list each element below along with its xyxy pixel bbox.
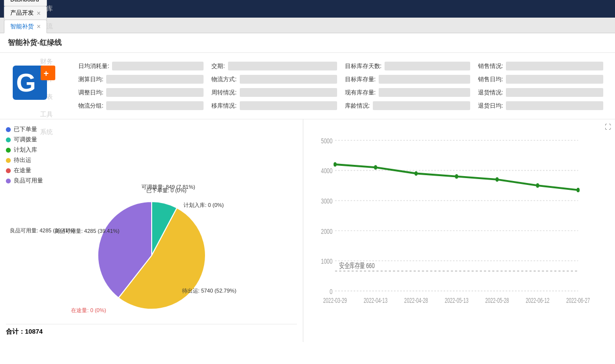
x-axis-label: 2022-06-27 <box>566 296 590 304</box>
data-point <box>496 177 499 182</box>
legend-dot <box>6 179 11 183</box>
data-point <box>576 188 579 192</box>
total-label: 合计： <box>6 328 25 335</box>
page-title-bar: 智能补货-红绿线 <box>0 33 615 53</box>
info-label: 移库情况: <box>211 102 236 110</box>
info-item-r3c0: 物流分组: <box>74 100 207 111</box>
data-point <box>414 171 417 176</box>
info-item-r0c1: 交期: <box>207 61 341 71</box>
x-axis-label: 2022-04-13 <box>364 296 387 304</box>
info-item-r0c0: 日均消耗量: <box>74 61 207 71</box>
total-bar: 合计：10874 <box>6 324 297 336</box>
data-point <box>374 165 377 170</box>
info-value <box>106 88 204 97</box>
pie-label-待出运: 待出运: 5740 (52.79%) <box>182 288 236 294</box>
x-axis-label: 2022-05-13 <box>445 296 469 304</box>
info-value <box>506 62 603 70</box>
info-item-r3c1: 移库情况: <box>207 100 341 111</box>
info-item-r2c3: 退货情况: <box>474 87 607 98</box>
charts-section: 已下单量可调拨量计划入库待出运在途量良品可用量 可调拨量: 849 (7.81%… <box>0 119 615 342</box>
x-axis-label: 2022-06-12 <box>525 296 549 304</box>
line-chart-panel: ⛶ 500040003000200010000安全库存量 6602022-03-… <box>303 119 615 342</box>
info-value <box>106 75 204 84</box>
info-section: G + 日均消耗量:交期:目标库存天数:销售情况:测算日均:物流方式:目标库存量… <box>0 53 615 119</box>
legend: 已下单量可调拨量计划入库待出运在途量良品可用量 <box>6 125 297 185</box>
info-label: 目标库存天数: <box>345 62 382 70</box>
data-point <box>455 174 458 179</box>
page-content: 智能补货-红绿线 G + 日均消耗量:交期:目标库存天数:销售情况:测算日均:物… <box>0 33 615 364</box>
page-title: 智能补货-红绿线 <box>8 38 62 46</box>
tab-close-icon[interactable]: × <box>37 23 41 30</box>
tab-产品开发[interactable]: 产品开发× <box>4 6 47 20</box>
info-value <box>506 101 603 110</box>
pie-chart-area: 可调拨量: 849 (7.81%)待出运: 5740 (52.79%)良品可用量… <box>6 189 297 322</box>
info-value <box>506 88 603 97</box>
info-label: 物流方式: <box>211 75 236 84</box>
y-axis-label: 3000 <box>321 197 332 205</box>
pie-svg: 可调拨量: 849 (7.81%)待出运: 5740 (52.79%)良品可用量… <box>64 197 240 314</box>
info-label: 销售情况: <box>478 62 503 70</box>
info-label: 交期: <box>211 62 225 70</box>
top-nav: G + 销售广告客服产品库存采购订单仓库物流审批财务统计报表工具系统 <box>0 0 615 18</box>
info-item-r1c0: 测算日均: <box>74 74 207 85</box>
y-axis-label: 2000 <box>321 227 332 235</box>
info-value <box>379 75 470 84</box>
tab-智能补货[interactable]: 智能补货× <box>4 20 47 33</box>
info-label: 库龄情况: <box>345 102 370 110</box>
info-item-r1c1: 物流方式: <box>207 74 341 85</box>
info-value <box>112 62 204 70</box>
legend-label: 待出运 <box>14 156 31 164</box>
info-value <box>240 88 337 97</box>
info-label: 退货日均: <box>478 102 503 110</box>
info-label: 销售日均: <box>478 75 503 84</box>
total-value: 10874 <box>25 328 43 335</box>
y-axis-label: 0 <box>330 287 333 296</box>
pie-chart-panel: 已下单量可调拨量计划入库待出运在途量良品可用量 可调拨量: 849 (7.81%… <box>0 119 303 342</box>
pie-label-zaitu: 在途量: 0 (0%) <box>71 307 106 313</box>
info-item-r0c3: 销售情况: <box>474 61 607 71</box>
y-axis-label: 4000 <box>321 167 332 175</box>
info-item-r1c2: 目标库存量: <box>341 74 474 85</box>
info-item-r2c0: 调整日均: <box>74 87 207 98</box>
legend-item-可调拨量: 可调拨量 <box>6 136 297 144</box>
legend-item-计划入库: 计划入库 <box>6 146 297 154</box>
info-item-r1c3: 销售日均: <box>474 74 607 85</box>
info-label: 日均消耗量: <box>78 62 109 70</box>
legend-label: 在途量 <box>14 166 31 175</box>
info-value <box>106 101 204 110</box>
legend-label: 已下单量 <box>14 125 37 134</box>
legend-item-在途量: 在途量 <box>6 166 297 175</box>
legend-item-已下单量: 已下单量 <box>6 125 297 134</box>
info-value <box>240 101 337 110</box>
tab-bar: Dashboard产品开发×智能补货× <box>0 18 615 33</box>
legend-dot <box>6 127 11 132</box>
info-item-r3c3: 退货日均: <box>474 100 607 111</box>
legend-item-待出运: 待出运 <box>6 156 297 164</box>
info-item-r0c2: 目标库存天数: <box>341 61 474 71</box>
legend-dot <box>6 168 11 173</box>
tab-close-icon[interactable]: × <box>37 10 41 17</box>
line-chart-area: 500040003000200010000安全库存量 6602022-03-29… <box>309 125 609 336</box>
info-value <box>228 62 337 70</box>
info-label: 现有库存量: <box>345 89 376 97</box>
line-svg: 500040003000200010000安全库存量 6602022-03-29… <box>309 125 609 336</box>
svg-text:+: + <box>44 68 49 78</box>
tab-label: Dashboard <box>10 0 39 3</box>
info-item-r2c2: 现有库存量: <box>341 87 474 98</box>
info-label: 目标库存量: <box>345 75 376 84</box>
info-label: 周转情况: <box>211 89 236 97</box>
tab-Dashboard[interactable]: Dashboard <box>4 0 47 6</box>
info-value <box>385 62 470 70</box>
info-label: 退货情况: <box>478 89 503 97</box>
legend-dot <box>6 137 11 142</box>
svg-text:G: G <box>16 68 36 97</box>
info-item-r2c1: 周转情况: <box>207 87 341 98</box>
x-axis-label: 2022-05-28 <box>485 296 509 304</box>
info-value <box>240 75 337 84</box>
info-grid: 日均消耗量:交期:目标库存天数:销售情况:测算日均:物流方式:目标库存量:销售日… <box>74 61 607 111</box>
data-point <box>334 162 337 166</box>
legend-label: 可调拨量 <box>14 136 37 144</box>
legend-dot <box>6 158 11 163</box>
x-axis-label: 2022-03-29 <box>323 296 347 304</box>
info-label: 调整日均: <box>78 89 103 97</box>
